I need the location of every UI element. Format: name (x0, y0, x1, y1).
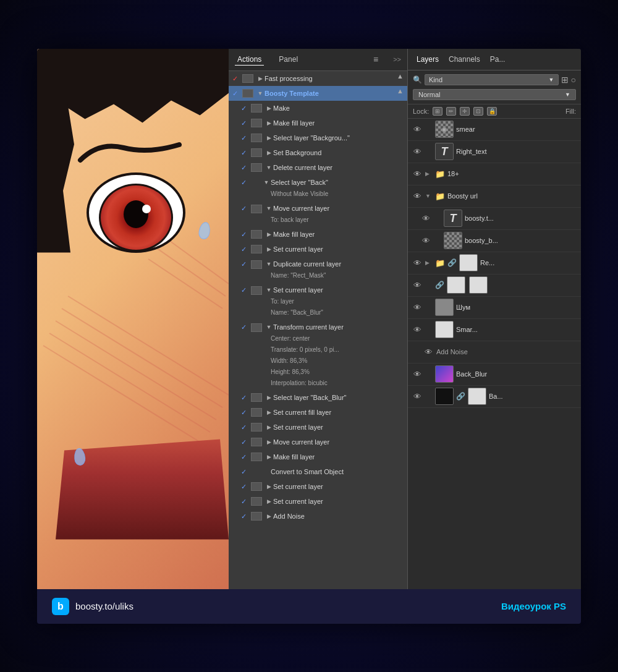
tab-channels[interactable]: Channels (446, 54, 483, 65)
action-row-delete-layer[interactable]: ✓ ▼ Delete current layer (229, 160, 407, 175)
eye-backblur[interactable]: 👁 (412, 370, 423, 379)
layer-row-backblur[interactable]: 👁 Back_Blur (408, 364, 581, 386)
action-row-make-fill-2[interactable]: ✓ ▶ Make fill layer (229, 227, 407, 242)
lock-move-icon[interactable]: ✛ (460, 107, 470, 116)
eye-img-link[interactable]: 👁 (412, 281, 423, 290)
tab-layers[interactable]: Layers (414, 54, 441, 65)
toggle-filter-icon[interactable]: ○ (571, 75, 576, 85)
checkbox-move-layer-2[interactable] (251, 438, 262, 446)
layer-row-smart[interactable]: 👁 Smar... (408, 319, 581, 341)
action-row-move-layer-2[interactable]: ✓ ▶ Move current layer (229, 435, 407, 449)
actions-list[interactable]: ✓ ▶ Fast processing ▲ ✓ ▼ Boosty Templat… (229, 71, 407, 589)
layer-row-img-link[interactable]: 👁 🔗 (408, 274, 581, 297)
expand-set-current-4[interactable]: ▶ (265, 495, 273, 508)
expand-select-backblur[interactable]: ▶ (265, 391, 273, 404)
expand-make-fill[interactable]: ▶ (265, 117, 273, 129)
checkbox-dup-layer[interactable] (251, 260, 262, 269)
checkbox-make-fill[interactable] (251, 119, 262, 127)
action-row-move-layer[interactable]: ✓ ▼ Move current layer To: back layer (229, 201, 407, 227)
layer-row-boosty-b[interactable]: 👁 boosty_b... (408, 230, 581, 252)
action-row-make-fill-3[interactable]: ✓ ▶ Make fill layer (229, 449, 407, 464)
actions-menu-icon[interactable]: ≡ (373, 54, 378, 64)
layer-row-re[interactable]: 👁 ▶ 📁 🔗 Re... (408, 252, 581, 274)
checkbox-set-current-2[interactable] (251, 423, 262, 432)
action-row-set-current-3[interactable]: ✓ ▶ Set current layer (229, 479, 407, 494)
expand-add-noise[interactable]: ▶ (265, 510, 273, 522)
tab-panel[interactable]: Panel (276, 54, 300, 65)
checkbox-boosty[interactable] (242, 89, 253, 98)
expand-set-fill-layer[interactable]: ▶ (265, 406, 273, 419)
checkbox-fast[interactable] (242, 74, 253, 83)
layer-row-add-noise-layer[interactable]: 👁 Add Noise (408, 341, 581, 364)
eye-18plus[interactable]: 👁 (412, 169, 423, 179)
expand-fast[interactable]: ▶ (256, 72, 265, 85)
action-row-set-fill-layer[interactable]: ✓ ▶ Set current fill layer (229, 405, 407, 420)
checkbox-make-fill-3[interactable] (251, 453, 262, 461)
filter-icon[interactable]: ⊞ (561, 75, 569, 85)
expand-make-fill-3[interactable]: ▶ (265, 451, 273, 463)
action-row-convert-smart[interactable]: ✓ Convert to Smart Object (229, 464, 407, 479)
expand-delete-layer[interactable]: ▼ (265, 161, 273, 174)
layer-row-boosty-text[interactable]: 👁 T boosty.t... (408, 208, 581, 230)
lock-all-icon[interactable]: 🔒 (487, 107, 497, 116)
eye-right-text[interactable]: 👁 (412, 147, 423, 156)
expand-select-bg[interactable]: ▶ (265, 132, 273, 144)
tab-pa[interactable]: Pa... (488, 54, 508, 65)
expand-dup-layer[interactable]: ▼ (265, 258, 273, 270)
checkbox-set-bg[interactable] (251, 148, 262, 157)
layer-row-boosty-url[interactable]: 👁 ▼ 📁 Boosty url (408, 185, 581, 208)
checkbox-set-to-layer[interactable] (251, 286, 262, 295)
eye-shum[interactable]: 👁 (412, 303, 423, 312)
expand-make-fill-2[interactable]: ▶ (265, 228, 273, 240)
checkbox-delete-layer[interactable] (251, 163, 262, 172)
layer-row-smear[interactable]: 👁 ▣ smear (408, 119, 581, 141)
kind-dropdown[interactable]: Kind ▼ (425, 74, 559, 85)
eye-boosty-b[interactable]: 👁 (420, 236, 431, 245)
expand-set-bg[interactable]: ▶ (265, 147, 273, 159)
eye-boosty-url[interactable]: 👁 (412, 192, 423, 201)
collapse-boosty[interactable]: ▲ (397, 87, 404, 95)
action-row-set-to-layer[interactable]: ✓ ▼ Set current layer To: layer Name: "B… (229, 283, 407, 320)
action-row-boosty-template[interactable]: ✓ ▼ Boosty Template ▲ (229, 86, 407, 101)
checkbox-add-noise[interactable] (251, 512, 262, 521)
tab-actions[interactable]: Actions (235, 54, 264, 66)
action-row-transform[interactable]: ✓ ▼ Transform current layer Center: cent… (229, 320, 407, 390)
checkbox-set-current-4[interactable] (251, 497, 262, 506)
checkbox-transform[interactable] (251, 323, 262, 332)
blend-mode-dropdown[interactable]: Normal ▼ (413, 89, 576, 100)
action-row-add-noise[interactable]: ✓ ▶ Add Noise (229, 509, 407, 524)
expand-18plus[interactable]: ▶ (425, 171, 433, 177)
lock-draw-icon[interactable]: ✏ (446, 107, 456, 116)
checkbox-set-current-1[interactable] (251, 245, 262, 253)
checkbox-make-fill-2[interactable] (251, 230, 262, 239)
layer-row-right-text[interactable]: 👁 T Right_text (408, 141, 581, 163)
eye-smear[interactable]: 👁 (412, 125, 423, 134)
lock-pixels-icon[interactable]: ⊞ (433, 107, 442, 116)
action-row-select-backblur[interactable]: ✓ ▶ Select layer "Back_Blur" (229, 390, 407, 405)
checkbox-select-backblur[interactable] (251, 393, 262, 402)
action-row-select-bg[interactable]: ✓ ▶ Select layer "Backgrou..." (229, 130, 407, 145)
expand-set-current-3[interactable]: ▶ (265, 480, 273, 493)
action-row-fast-processing[interactable]: ✓ ▶ Fast processing ▲ (229, 71, 407, 86)
checkbox-set-current-3[interactable] (251, 482, 262, 491)
expand-move-layer-2[interactable]: ▶ (265, 436, 273, 448)
checkbox-move-layer[interactable] (251, 205, 262, 213)
expand-set-current-1[interactable]: ▶ (265, 243, 273, 255)
action-row-set-current-4[interactable]: ✓ ▶ Set current layer (229, 494, 407, 509)
action-row-select-back[interactable]: ✓ ▼ Select layer "Back" Without Make Vis… (229, 175, 407, 201)
layer-row-18plus[interactable]: 👁 ▶ 📁 18+ (408, 163, 581, 185)
footer-url[interactable]: boosty.to/uliks (75, 601, 133, 611)
action-row-duplicate-layer[interactable]: ✓ ▼ Duplicate current layer Name: "Rect_… (229, 257, 407, 283)
collapse-fast[interactable]: ▲ (397, 72, 404, 80)
expand-move-layer[interactable]: ▼ (265, 202, 273, 215)
checkbox-select-bg[interactable] (251, 134, 262, 142)
expand-select-back[interactable]: ▼ (262, 176, 271, 189)
layer-row-shum[interactable]: 👁 Шум (408, 297, 581, 319)
action-row-set-current-2[interactable]: ✓ ▶ Set current layer (229, 420, 407, 435)
eye-smart[interactable]: 👁 (412, 325, 423, 334)
expand-re[interactable]: ▶ (425, 260, 433, 266)
checkbox-make[interactable] (251, 104, 262, 113)
action-row-set-current-1[interactable]: ✓ ▶ Set current layer (229, 242, 407, 257)
checkbox-set-fill-layer[interactable] (251, 408, 262, 417)
eye-add-noise[interactable]: 👁 (423, 347, 434, 357)
